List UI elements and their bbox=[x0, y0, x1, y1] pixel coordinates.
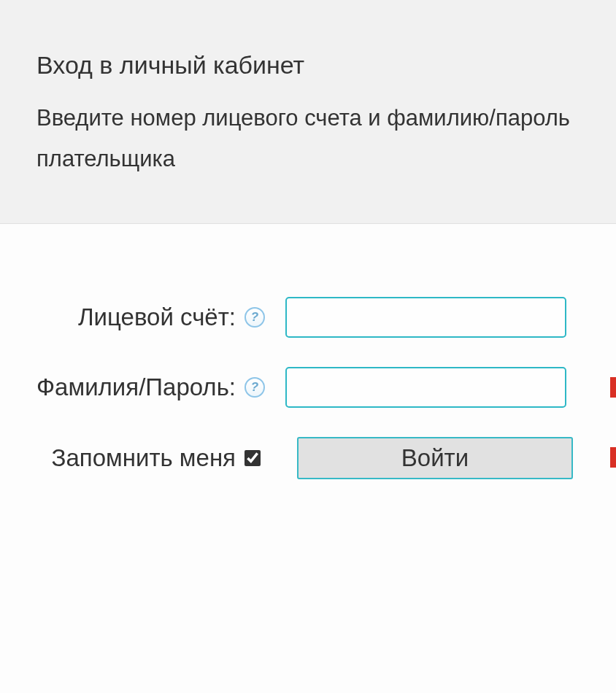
page-subtitle: Введите номер лицевого счета и фамилию/п… bbox=[36, 98, 580, 179]
remember-label: Запомнить меня bbox=[0, 444, 245, 472]
help-icon[interactable]: ? bbox=[245, 377, 265, 398]
password-row: Фамилия/Пароль: ? bbox=[0, 367, 616, 408]
error-marker-icon bbox=[610, 447, 616, 468]
error-marker-icon bbox=[610, 377, 616, 398]
page-title: Вход в личный кабинет bbox=[36, 51, 580, 80]
password-input[interactable] bbox=[285, 367, 566, 408]
login-form: Лицевой счёт: ? Фамилия/Пароль: ? Запомн… bbox=[0, 224, 616, 479]
account-input[interactable] bbox=[285, 297, 566, 338]
login-header: Вход в личный кабинет Введите номер лице… bbox=[0, 0, 616, 224]
remember-row: Запомнить меня Войти bbox=[0, 437, 616, 479]
help-icon[interactable]: ? bbox=[245, 307, 265, 328]
account-row: Лицевой счёт: ? bbox=[0, 297, 616, 338]
password-label: Фамилия/Пароль: bbox=[0, 373, 245, 401]
remember-checkbox[interactable] bbox=[245, 450, 261, 466]
account-label: Лицевой счёт: bbox=[0, 303, 245, 331]
login-button[interactable]: Войти bbox=[297, 437, 573, 479]
